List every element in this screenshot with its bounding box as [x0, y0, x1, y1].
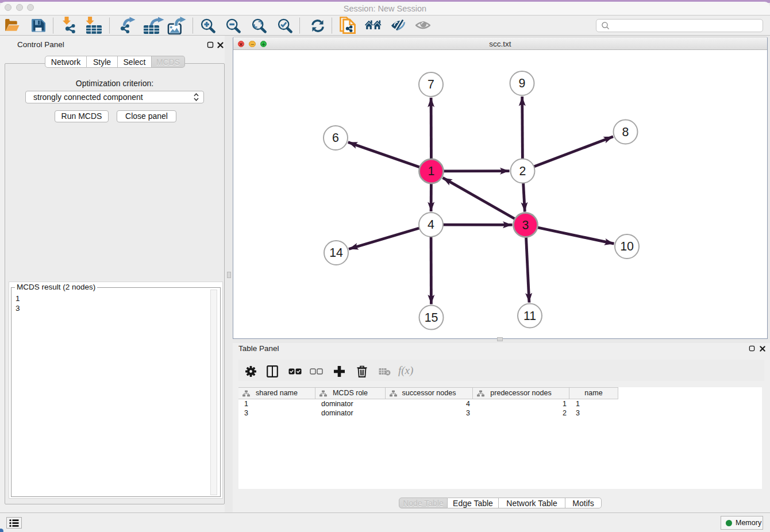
svg-text:15: 15	[425, 311, 438, 325]
svg-text:10: 10	[620, 240, 634, 253]
svg-text:4: 4	[428, 218, 434, 232]
svg-text:6: 6	[332, 131, 339, 145]
svg-text:14: 14	[329, 246, 343, 260]
svg-text:7: 7	[428, 78, 434, 91]
svg-text:3: 3	[522, 218, 529, 232]
svg-text:11: 11	[523, 309, 536, 323]
svg-text:1: 1	[428, 164, 435, 178]
svg-text:9: 9	[519, 76, 526, 90]
svg-text:8: 8	[622, 125, 629, 139]
svg-text:2: 2	[519, 164, 526, 178]
